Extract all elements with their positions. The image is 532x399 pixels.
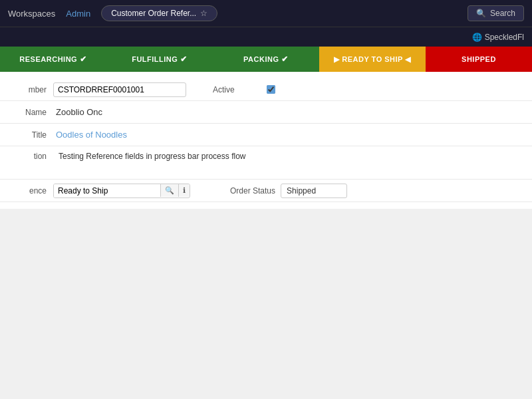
company-name: SpeckledFl [485, 33, 524, 42]
name-label: Name [0, 108, 53, 117]
description-input[interactable]: Testing Reference fields in progress bar… [56, 150, 529, 172]
active-label: Active [213, 85, 235, 94]
title-value[interactable]: Oodles of Noodles [53, 128, 532, 141]
step-shipped[interactable]: SHIPPED [426, 47, 532, 72]
reference-input[interactable] [54, 184, 160, 198]
order-status-label: Order Status [230, 186, 275, 196]
top-nav: Workspaces Admin Customer Order Refer...… [0, 0, 532, 27]
form-area: mber Active Name Zooblio Onc Title Oodle… [0, 72, 532, 209]
number-label: mber [0, 85, 53, 94]
step-ready-to-ship[interactable]: ▶ READY TO SHIP ◀ [319, 47, 426, 72]
step-packing-label: PACKING [243, 55, 279, 63]
step-shipped-label: SHIPPED [462, 55, 496, 63]
reference-input-wrap: 🔍 ℹ [53, 184, 190, 198]
packing-check-icon: ✔ [281, 55, 289, 64]
description-row: tion Testing Reference fields in progres… [0, 146, 532, 180]
fulfilling-check-icon: ✔ [180, 55, 188, 64]
number-input[interactable] [53, 82, 186, 97]
name-value: Zooblio Onc [53, 106, 532, 118]
progress-bar: RESEARCHING ✔ FULFILLING ✔ PACKING ✔ ▶ R… [0, 47, 532, 72]
nav-left: Workspaces Admin Customer Order Refer...… [8, 5, 217, 21]
reference-search-button[interactable]: 🔍 [160, 184, 178, 197]
search-button[interactable]: 🔍 Search [467, 5, 524, 21]
breadcrumb-text: Customer Order Refer... [111, 9, 196, 18]
reference-info-icon: ℹ [183, 186, 186, 194]
globe-icon: 🌐 [472, 33, 482, 42]
company-label: 🌐 SpeckledFl [472, 33, 524, 42]
reference-field-group: 🔍 ℹ Order Status Shipped [53, 184, 532, 198]
active-checkbox[interactable] [267, 85, 275, 94]
step-fulfilling[interactable]: FULFILLING ✔ [106, 47, 213, 72]
description-label: tion [0, 149, 53, 161]
name-row: Name Zooblio Onc [0, 101, 532, 124]
step-packing[interactable]: PACKING ✔ [213, 47, 319, 72]
step-researching[interactable]: RESEARCHING ✔ [0, 47, 106, 72]
reference-info-button[interactable]: ℹ [178, 184, 190, 197]
search-icon: 🔍 [476, 9, 486, 18]
title-label: Title [0, 130, 53, 140]
search-label: Search [490, 9, 515, 18]
admin-nav[interactable]: Admin [66, 9, 90, 19]
step-researching-label: RESEARCHING [19, 55, 77, 63]
step-ready-label: ▶ READY TO SHIP ◀ [334, 55, 411, 64]
reference-label: ence [0, 186, 53, 196]
order-status-group: Order Status Shipped [230, 184, 347, 198]
researching-check-icon: ✔ [80, 55, 87, 64]
sub-nav: 🌐 SpeckledFl [0, 27, 532, 47]
title-row: Title Oodles of Noodles [0, 124, 532, 146]
order-status-value: Shipped [281, 184, 347, 198]
workspaces-nav[interactable]: Workspaces [8, 9, 55, 19]
number-row: mber Active [0, 78, 532, 101]
reference-row: ence 🔍 ℹ Order Status Shipped [0, 180, 532, 202]
reference-search-icon: 🔍 [165, 186, 174, 194]
step-fulfilling-label: FULFILLING [132, 55, 178, 63]
star-icon[interactable]: ☆ [200, 9, 207, 18]
breadcrumb[interactable]: Customer Order Refer... ☆ [101, 5, 217, 21]
bottom-area [0, 209, 532, 382]
